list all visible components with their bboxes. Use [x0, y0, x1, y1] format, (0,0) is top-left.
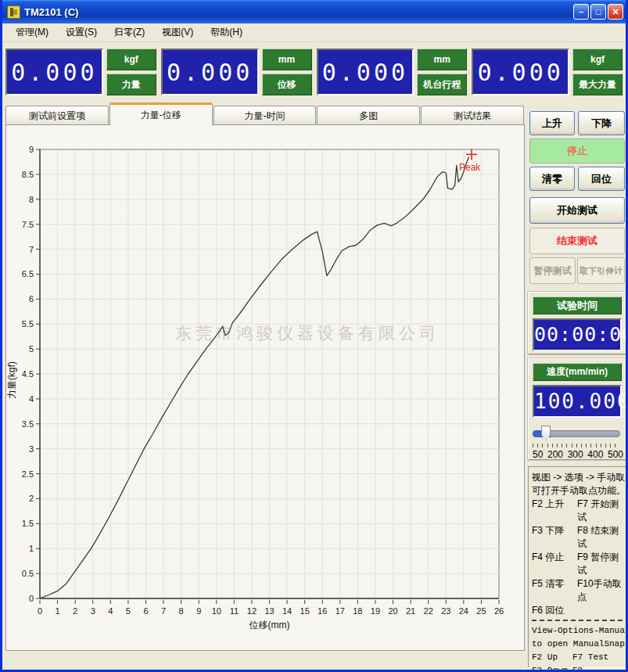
svg-text:Peak: Peak — [459, 162, 481, 173]
svg-text:5: 5 — [29, 344, 34, 354]
displacement-readout-group: 0.000 mm 位移 — [161, 49, 312, 95]
svg-text:0: 0 — [29, 594, 34, 603]
control-panel: 上升 下降 停止 清零 回位 开始测试 结束测试 暂停测试 取下引伸计 试验时间… — [528, 106, 626, 669]
chart-page: 东莞市鸿骏仪器设备有限公司012345678910111213141516171… — [5, 124, 525, 651]
svg-text:8: 8 — [29, 195, 34, 204]
svg-text:10: 10 — [212, 606, 221, 616]
stroke-value-display: 0.000 — [317, 49, 414, 95]
svg-text:3.5: 3.5 — [22, 419, 34, 429]
maximize-button-icon[interactable]: □ — [590, 4, 606, 20]
speed-display: 100.000 — [533, 385, 622, 418]
stop-button[interactable]: 停止 — [529, 138, 625, 164]
svg-text:5: 5 — [126, 606, 131, 616]
tab-force-time[interactable]: 力量-时间 — [214, 106, 317, 125]
help-en-fkey: F2 Up — [532, 651, 572, 664]
menu-help[interactable]: 帮助(H) — [202, 23, 251, 41]
speed-tick-label: 400 — [587, 449, 603, 460]
start-test-button[interactable]: 开始测试 — [529, 197, 625, 224]
svg-text:4: 4 — [29, 394, 34, 404]
help-cn-line1: 视图 -> 选项 -> 手动取点, — [532, 471, 623, 484]
help-cn-fkey — [577, 604, 623, 617]
test-time-group: 试验时间 00:00:00 — [528, 292, 626, 354]
remove-extensometer-button[interactable]: 取下引伸计 — [577, 257, 625, 284]
svg-text:16: 16 — [318, 606, 327, 616]
speed-slider-ruler — [533, 444, 620, 447]
help-cn-fkey: F5 清零 — [532, 577, 577, 604]
svg-text:5.5: 5.5 — [22, 319, 34, 329]
menu-manage[interactable]: 管理(M) — [7, 23, 57, 41]
svg-text:14: 14 — [282, 606, 292, 616]
readout-row: 0.000 kgf 力量 0.000 mm 位移 0.000 mm 机台行程 0… — [2, 44, 626, 100]
max-force-readout-group: 0.000 kgf 最大力量 — [472, 49, 623, 95]
speed-tick-label: 50 — [533, 449, 543, 460]
force-displacement-chart: 东莞市鸿骏仪器设备有限公司012345678910111213141516171… — [6, 125, 524, 650]
hotkey-help-panel: 视图 -> 选项 -> 手动取点, 可打开手动取点功能。 F2 上升F7 开始测… — [528, 466, 626, 668]
svg-text:东莞市鸿骏仪器设备有限公司: 东莞市鸿骏仪器设备有限公司 — [175, 324, 440, 342]
help-en-line1: View-Options-ManualSanp, — [532, 624, 623, 638]
svg-text:2: 2 — [73, 606, 77, 616]
svg-text:18: 18 — [353, 606, 362, 616]
tab-multi-chart[interactable]: 多图 — [317, 106, 420, 125]
svg-text:位移(mm): 位移(mm) — [249, 620, 290, 631]
window-title: TM2101 (C) — [24, 6, 78, 18]
zero-button[interactable]: 清零 — [529, 167, 575, 191]
speed-tick-label: 200 — [547, 449, 563, 460]
help-en-fkey: F8 StopTest — [572, 664, 623, 672]
speed-tick-label: 500 — [608, 449, 623, 460]
test-time-display: 00:00:00 — [533, 318, 622, 351]
pause-test-button[interactable]: 暂停测试 — [529, 257, 576, 284]
stroke-label-tag: 机台行程 — [417, 74, 467, 95]
svg-text:力量(kgf): 力量(kgf) — [6, 361, 17, 399]
minimize-button-icon[interactable]: – — [573, 4, 589, 20]
svg-text:0.5: 0.5 — [22, 569, 34, 578]
stroke-readout-group: 0.000 mm 机台行程 — [317, 49, 468, 95]
tab-force-displacement[interactable]: 力量-位移 — [109, 102, 213, 125]
svg-text:3: 3 — [29, 444, 34, 454]
down-button[interactable]: 下降 — [578, 111, 625, 135]
help-en-fkey: F7 Test — [572, 651, 623, 664]
svg-text:2.5: 2.5 — [22, 469, 34, 479]
close-button-icon[interactable]: ✕ — [608, 4, 623, 20]
menu-settings[interactable]: 设置(S) — [57, 23, 106, 41]
menu-zero[interactable]: 归零(Z) — [106, 23, 153, 41]
speed-tick-label: 300 — [568, 449, 583, 460]
svg-text:8: 8 — [179, 606, 184, 616]
svg-text:6.5: 6.5 — [22, 269, 34, 279]
help-cn-fkey: F3 下降 — [532, 524, 577, 551]
help-cn-fkey: F4 停止 — [532, 551, 577, 577]
app-window: TM2101 (C) – □ ✕ 管理(M) 设置(S) 归零(Z) 视图(V)… — [0, 0, 628, 672]
speed-slider-thumb[interactable] — [541, 426, 551, 440]
displacement-unit-tag: mm — [262, 49, 312, 70]
svg-text:23: 23 — [441, 606, 450, 616]
tab-test-results[interactable]: 测试结果 — [421, 106, 524, 125]
help-separator — [532, 620, 623, 621]
force-readout-group: 0.000 kgf 力量 — [5, 49, 156, 95]
help-cn-fkey: F8 结束测试 — [577, 524, 623, 551]
max-force-unit-tag: kgf — [572, 49, 623, 70]
max-force-label-tag: 最大力量 — [572, 74, 623, 95]
svg-text:17: 17 — [336, 606, 345, 616]
help-cn-fkey: F7 开始测试 — [577, 498, 623, 524]
help-cn-fkey: F9 暂停测试 — [577, 551, 623, 577]
menu-bar: 管理(M) 设置(S) 归零(Z) 视图(V) 帮助(H) — [2, 23, 626, 42]
speed-header: 速度(mm/min) — [533, 363, 622, 381]
svg-text:13: 13 — [264, 606, 274, 616]
end-test-button[interactable]: 结束测试 — [529, 228, 625, 254]
return-button[interactable]: 回位 — [578, 167, 625, 191]
svg-text:4: 4 — [108, 606, 113, 616]
title-bar: TM2101 (C) – □ ✕ — [0, 0, 628, 23]
svg-text:2: 2 — [29, 494, 34, 503]
stroke-unit-tag: mm — [417, 49, 467, 70]
svg-text:1.5: 1.5 — [22, 519, 34, 528]
force-label-tag: 力量 — [106, 74, 156, 95]
svg-text:8.5: 8.5 — [22, 170, 34, 179]
help-cn-fkey: F6 回位 — [532, 604, 577, 617]
tab-pretest-settings[interactable]: 测试前设置项 — [5, 106, 109, 125]
menu-view[interactable]: 视图(V) — [153, 23, 202, 41]
help-en-line2: to open ManualSnap. — [532, 638, 623, 651]
svg-text:15: 15 — [300, 606, 310, 616]
displacement-value-display: 0.000 — [161, 49, 259, 95]
speed-slider[interactable] — [533, 426, 622, 441]
speed-group: 速度(mm/min) 100.000 50 200 300 400 500 — [528, 358, 626, 460]
up-button[interactable]: 上升 — [529, 111, 575, 135]
